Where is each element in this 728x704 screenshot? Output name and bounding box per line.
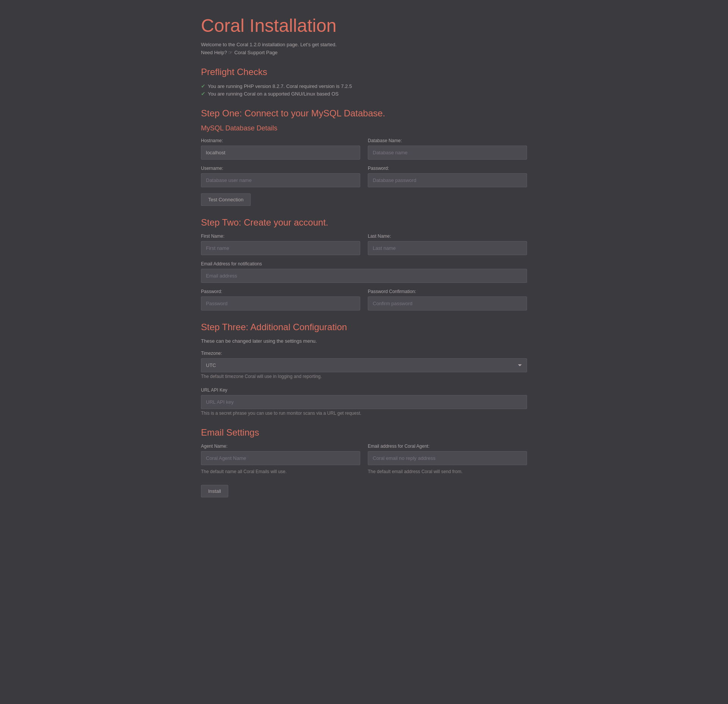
- db-username-label: Username:: [201, 166, 360, 171]
- agent-name-input[interactable]: [201, 451, 360, 465]
- timezone-label: Timezone:: [201, 351, 222, 356]
- preflight-item: ✔ You are running PHP version 8.2.7. Cor…: [201, 83, 527, 89]
- agent-email-label: Email address for Coral Agent:: [368, 444, 527, 449]
- test-connection-button[interactable]: Test Connection: [201, 193, 251, 206]
- db-password-label: Password:: [368, 166, 527, 171]
- agent-name-helper: The default name all Coral Emails will u…: [201, 469, 360, 474]
- agent-email-helper: The default email address Coral will sen…: [368, 469, 527, 474]
- confirm-password-label: Password Confirmation:: [368, 289, 527, 294]
- last-name-input[interactable]: [368, 241, 527, 255]
- hostname-label: Hostname:: [201, 138, 360, 143]
- timezone-helper: The default timezone Coral will use in l…: [201, 374, 527, 379]
- timezone-select[interactable]: UTC America/New_York America/Chicago Ame…: [201, 358, 527, 372]
- check-icon: ✔: [201, 91, 206, 97]
- preflight-heading: Preflight Checks: [201, 67, 527, 77]
- check-icon: ✔: [201, 83, 206, 89]
- step-two-heading: Step Two: Create your account.: [201, 217, 527, 228]
- preflight-item-text: You are running PHP version 8.2.7. Coral…: [208, 83, 352, 89]
- confirm-password-input[interactable]: [368, 296, 527, 310]
- help-text: Need Help? ☞ Coral Support Page: [201, 50, 527, 55]
- first-name-label: First Name:: [201, 234, 360, 239]
- agent-name-label: Agent Name:: [201, 444, 360, 449]
- last-name-label: Last Name:: [368, 234, 527, 239]
- step-three-description: These can be changed later using the set…: [201, 338, 527, 344]
- database-name-input[interactable]: [368, 146, 527, 160]
- step-three-heading: Step Three: Additional Configuration: [201, 322, 527, 332]
- preflight-items: ✔ You are running PHP version 8.2.7. Cor…: [201, 83, 527, 97]
- install-button[interactable]: Install: [201, 485, 228, 497]
- database-name-label: Database Name:: [368, 138, 527, 143]
- url-api-input[interactable]: [201, 395, 527, 409]
- page-title: Coral Installation: [201, 15, 527, 36]
- first-name-input[interactable]: [201, 241, 360, 255]
- preflight-item: ✔ You are running Coral on a supported G…: [201, 91, 527, 97]
- preflight-item-text: You are running Coral on a supported GNU…: [208, 91, 339, 97]
- step-one-heading: Step One: Connect to your MySQL Database…: [201, 108, 527, 119]
- url-api-helper: This is a secret phrase you can use to r…: [201, 411, 527, 416]
- email-label: Email Address for notifications: [201, 261, 527, 267]
- email-settings-heading: Email Settings: [201, 427, 527, 438]
- intro-text: Welcome to the Coral 1.2.0 installation …: [201, 42, 527, 47]
- support-link[interactable]: Coral Support Page: [234, 50, 278, 55]
- agent-email-input[interactable]: [368, 451, 527, 465]
- db-password-input[interactable]: [368, 173, 527, 187]
- account-password-input[interactable]: [201, 296, 360, 310]
- account-password-label: Password:: [201, 289, 360, 294]
- hostname-input[interactable]: [201, 146, 360, 160]
- email-input[interactable]: [201, 269, 527, 283]
- step-one-subheading: MySQL Database Details: [201, 124, 527, 132]
- url-api-label: URL API Key: [201, 387, 228, 393]
- db-username-input[interactable]: [201, 173, 360, 187]
